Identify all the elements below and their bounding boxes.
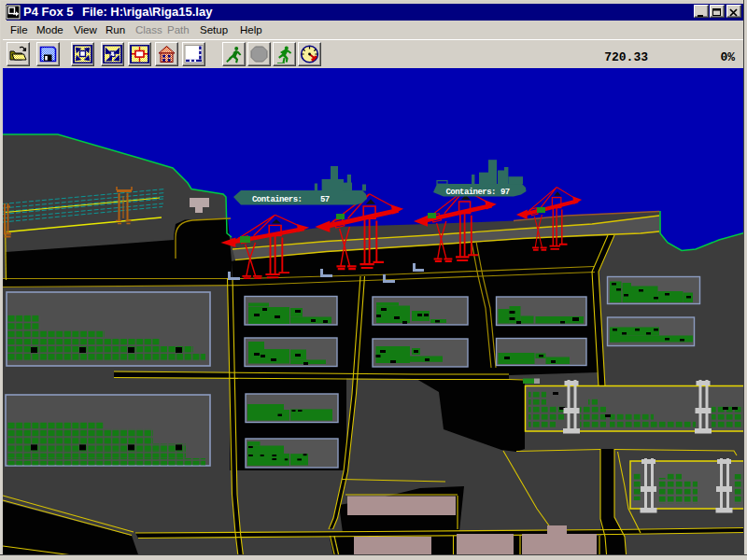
svg-text:Containers:: Containers: <box>446 188 496 197</box>
svg-text:97: 97 <box>500 188 510 197</box>
svg-text:Containers:: Containers: <box>252 195 302 204</box>
svg-text:57: 57 <box>320 195 330 204</box>
